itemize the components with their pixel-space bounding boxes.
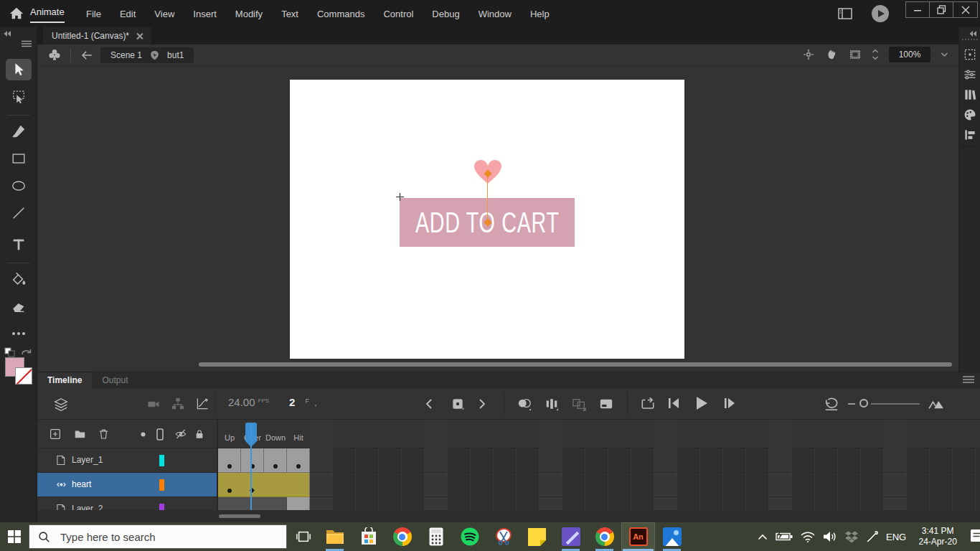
- search-input[interactable]: [59, 530, 267, 544]
- frame-cell[interactable]: [608, 473, 631, 497]
- menu-modify[interactable]: Modify: [235, 9, 263, 19]
- stroke-color-swatch[interactable]: [15, 367, 32, 385]
- brush-tool[interactable]: [6, 121, 32, 142]
- layer-row-heart[interactable]: heart: [37, 473, 980, 497]
- rotate-hand-icon[interactable]: [825, 48, 839, 62]
- action-center-icon[interactable]: 10: [969, 527, 980, 546]
- frame-cell[interactable]: [792, 473, 815, 497]
- layer-row-layer-2[interactable]: Layer_2: [37, 497, 980, 510]
- frame-cell[interactable]: [769, 497, 792, 510]
- frame-ruler-cell[interactable]: [723, 420, 746, 448]
- frame-cell[interactable]: [287, 497, 310, 510]
- frame-ruler-cell[interactable]: [379, 420, 402, 448]
- taskbar-icon-sticky-notes[interactable]: [520, 522, 554, 551]
- frame-ruler-cell[interactable]: [471, 420, 494, 448]
- reset-timeline-zoom-icon[interactable]: [824, 397, 839, 411]
- frame-cell[interactable]: [264, 473, 287, 497]
- frame-cell[interactable]: [425, 473, 448, 497]
- frame-cell[interactable]: [769, 448, 792, 473]
- timeline-scrollbar-thumb[interactable]: [219, 514, 260, 518]
- frame-ruler-cell[interactable]: [815, 420, 838, 448]
- frame-cell[interactable]: [723, 497, 746, 510]
- frame-cell[interactable]: [471, 448, 494, 473]
- frame-ruler-cell[interactable]: [838, 420, 861, 448]
- frame-cell[interactable]: [356, 497, 379, 510]
- frame-cell[interactable]: [448, 497, 471, 510]
- properties-panel-icon[interactable]: [963, 47, 977, 62]
- frame-cell[interactable]: [333, 448, 356, 473]
- menu-commands[interactable]: Commands: [317, 9, 364, 19]
- frame-cell[interactable]: [562, 448, 585, 473]
- frame-cell[interactable]: [264, 497, 287, 510]
- text-tool[interactable]: [6, 234, 32, 255]
- frame-cell[interactable]: [241, 473, 264, 497]
- layer-label[interactable]: Layer_1: [72, 455, 103, 465]
- frame-cell[interactable]: [494, 497, 517, 510]
- frame-ruler-cell[interactable]: [700, 420, 723, 448]
- frame-cell[interactable]: [677, 497, 700, 510]
- frame-cell[interactable]: [494, 448, 517, 473]
- taskbar-icon-animate[interactable]: An: [621, 522, 655, 551]
- taskbar-icon-spotify[interactable]: [453, 522, 486, 551]
- layers-stack-icon[interactable]: [53, 397, 69, 413]
- frame-cell[interactable]: [792, 497, 815, 510]
- frame-cell[interactable]: [448, 448, 471, 473]
- frame-ruler-cell[interactable]: [585, 420, 608, 448]
- frame-header-up[interactable]: Up: [218, 420, 241, 448]
- frame-cell[interactable]: [746, 473, 769, 497]
- taskbar-icon-file-explorer[interactable]: [318, 522, 352, 551]
- frame-cell[interactable]: [953, 448, 976, 473]
- frame-cell[interactable]: [241, 497, 264, 510]
- minimize-button[interactable]: [906, 2, 930, 17]
- frame-cell[interactable]: [425, 497, 448, 510]
- swap-colors-icon[interactable]: [4, 347, 16, 357]
- frame-cell[interactable]: [585, 473, 608, 497]
- canvas-horizontal-scrollbar[interactable]: [199, 362, 952, 367]
- tray-chevron-icon[interactable]: [758, 534, 768, 540]
- frame-cell[interactable]: [815, 448, 838, 473]
- frame-cell[interactable]: [356, 473, 379, 497]
- frame-cell[interactable]: [746, 448, 769, 473]
- layer-name-cell[interactable]: Layer_1: [37, 448, 218, 473]
- frame-cell[interactable]: [838, 473, 861, 497]
- task-view-icon[interactable]: [289, 522, 318, 551]
- taskbar-icon-microsoft-store[interactable]: [352, 522, 385, 551]
- publish-play-icon[interactable]: [871, 4, 890, 23]
- frame-ruler-cell[interactable]: [631, 420, 654, 448]
- previous-keyframe-icon[interactable]: [425, 398, 433, 410]
- outline-all-icon[interactable]: [141, 432, 146, 437]
- frame-cell[interactable]: [677, 448, 700, 473]
- frame-cell[interactable]: [471, 473, 494, 497]
- frame-cell[interactable]: [907, 448, 930, 473]
- frame-ruler-cell[interactable]: [448, 420, 471, 448]
- frame-cell[interactable]: [769, 473, 792, 497]
- frame-cell[interactable]: [608, 448, 631, 473]
- frame-cell[interactable]: [517, 497, 540, 510]
- zoom-fit-frames-icon[interactable]: [927, 397, 946, 411]
- frame-cell[interactable]: [792, 448, 815, 473]
- frame-cell[interactable]: [723, 448, 746, 473]
- frame-cell[interactable]: [677, 473, 700, 497]
- onion-skin-icon[interactable]: [517, 397, 532, 411]
- hierarchy-icon[interactable]: [171, 397, 185, 411]
- frame-cell[interactable]: [448, 473, 471, 497]
- frame-cell[interactable]: [287, 473, 310, 497]
- menu-file[interactable]: File: [86, 9, 101, 19]
- taskbar-icon-photos[interactable]: [655, 522, 689, 551]
- panel-grip[interactable]: [962, 39, 978, 40]
- dropbox-icon[interactable]: [845, 531, 858, 543]
- frame-cell[interactable]: [540, 497, 562, 510]
- frame-cell[interactable]: [930, 497, 953, 510]
- layer-color-swatch[interactable]: [159, 479, 164, 491]
- menu-control[interactable]: Control: [383, 9, 413, 19]
- layer-label[interactable]: Layer_2: [72, 504, 103, 510]
- menu-debug[interactable]: Debug: [432, 9, 459, 19]
- frame-ruler-cell[interactable]: [953, 420, 976, 448]
- frame-cell[interactable]: [540, 448, 562, 473]
- frame-cell[interactable]: [379, 473, 402, 497]
- frame-cell[interactable]: [884, 448, 907, 473]
- frame-cell[interactable]: [333, 473, 356, 497]
- close-button[interactable]: [953, 2, 977, 17]
- layer-name-cell[interactable]: Layer_2: [37, 497, 218, 510]
- zoom-level-field[interactable]: 100%: [889, 47, 930, 62]
